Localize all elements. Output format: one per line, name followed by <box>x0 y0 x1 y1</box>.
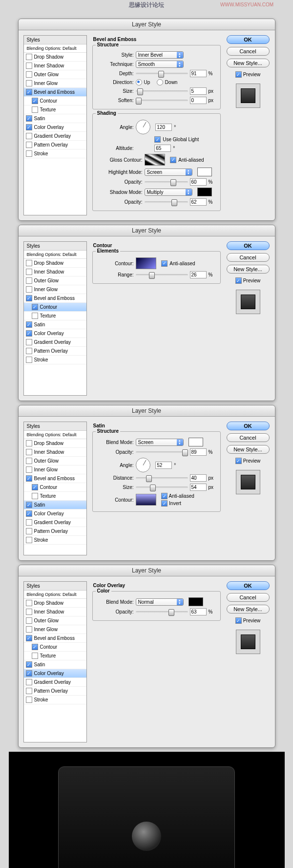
highlight-mode-select[interactable]: Screen▴▾ <box>145 169 192 176</box>
style-item-pattern-overlay[interactable]: Pattern Overlay <box>24 141 86 149</box>
style-item-stroke[interactable]: Stroke <box>24 149 86 158</box>
style-item-contour[interactable]: Contour <box>24 97 86 106</box>
style-item-drop-shadow[interactable]: Drop Shadow <box>24 599 86 608</box>
soften-slider[interactable] <box>136 100 188 102</box>
style-checkbox[interactable] <box>26 510 32 517</box>
style-item-drop-shadow[interactable]: Drop Shadow <box>24 439 86 448</box>
style-item-texture[interactable]: Texture <box>24 106 86 114</box>
style-item-gradient-overlay[interactable]: Gradient Overlay <box>24 338 86 347</box>
color-blend-select[interactable]: Normal▴▾ <box>136 598 184 606</box>
shadow-color[interactable] <box>197 188 212 196</box>
style-item-contour[interactable]: Contour <box>24 643 86 652</box>
style-checkbox[interactable] <box>32 653 38 659</box>
style-item-contour[interactable]: Contour <box>24 483 86 492</box>
size-slider[interactable] <box>136 90 188 92</box>
style-item-inner-shadow[interactable]: Inner Shadow <box>24 608 86 616</box>
style-checkbox[interactable] <box>26 89 32 95</box>
style-checkbox[interactable] <box>32 106 38 113</box>
style-checkbox[interactable] <box>26 269 32 275</box>
style-checkbox[interactable] <box>26 537 32 543</box>
shadow-opacity-slider[interactable] <box>145 201 188 203</box>
style-checkbox[interactable] <box>26 466 32 473</box>
style-checkbox[interactable] <box>26 63 32 69</box>
highlight-opacity-slider[interactable] <box>145 181 188 183</box>
style-checkbox[interactable] <box>26 260 32 266</box>
ok-button[interactable]: OK <box>227 422 270 430</box>
satin-size-slider[interactable] <box>136 487 188 488</box>
style-item-pattern-overlay[interactable]: Pattern Overlay <box>24 687 86 696</box>
range-input[interactable]: 26 <box>190 271 207 278</box>
style-item-pattern-overlay[interactable]: Pattern Overlay <box>24 347 86 356</box>
style-item-drop-shadow[interactable]: Drop Shadow <box>24 259 86 268</box>
satin-invert-checkbox[interactable] <box>161 500 167 507</box>
style-checkbox[interactable] <box>26 688 32 694</box>
style-item-stroke[interactable]: Stroke <box>24 356 86 364</box>
style-checkbox[interactable] <box>26 348 32 354</box>
style-checkbox[interactable] <box>32 644 38 650</box>
new-style-button[interactable]: New Style... <box>227 265 270 274</box>
style-checkbox[interactable] <box>26 626 32 633</box>
style-item-inner-shadow[interactable]: Inner Shadow <box>24 448 86 457</box>
gloss-contour-picker[interactable] <box>145 154 165 166</box>
style-checkbox[interactable] <box>26 697 32 703</box>
style-checkbox[interactable] <box>26 124 32 130</box>
blending-options[interactable]: Blending Options: Default <box>24 44 86 53</box>
style-checkbox[interactable] <box>26 617 32 624</box>
cancel-button[interactable]: Cancel <box>227 433 270 442</box>
satin-distance-slider[interactable] <box>136 477 188 479</box>
style-item-inner-shadow[interactable]: Inner Shadow <box>24 268 86 276</box>
shadow-mode-select[interactable]: Multiply▴▾ <box>145 189 192 196</box>
styles-header[interactable]: Styles <box>24 242 86 251</box>
style-item-inner-glow[interactable]: Inner Glow <box>24 79 86 88</box>
ok-button[interactable]: OK <box>227 241 270 250</box>
cancel-button[interactable]: Cancel <box>227 253 270 262</box>
blending-options[interactable]: Blending Options: Default <box>24 431 86 439</box>
satin-opacity-slider[interactable] <box>136 451 188 453</box>
satin-contour-picker[interactable] <box>136 494 156 506</box>
style-checkbox[interactable] <box>26 449 32 455</box>
technique-select[interactable]: Smooth▴▾ <box>136 61 184 68</box>
style-checkbox[interactable] <box>26 670 32 677</box>
style-item-inner-glow[interactable]: Inner Glow <box>24 625 86 634</box>
style-checkbox[interactable] <box>26 661 32 668</box>
style-item-bevel-and-emboss[interactable]: Bevel and Emboss <box>24 634 86 643</box>
blending-options[interactable]: Blending Options: Default <box>24 591 86 599</box>
style-item-color-overlay[interactable]: Color Overlay <box>24 669 86 678</box>
style-checkbox[interactable] <box>26 330 32 337</box>
style-item-pattern-overlay[interactable]: Pattern Overlay <box>24 527 86 536</box>
preview-checkbox[interactable] <box>235 277 242 284</box>
style-item-inner-glow[interactable]: Inner Glow <box>24 466 86 474</box>
new-style-button[interactable]: New Style... <box>227 445 270 454</box>
angle-input[interactable]: 120 <box>155 124 172 131</box>
color-opacity-input[interactable]: 63 <box>190 608 207 615</box>
style-checkbox[interactable] <box>32 484 38 490</box>
preview-checkbox[interactable] <box>235 71 242 78</box>
satin-angle-input[interactable]: 52 <box>155 462 172 469</box>
style-item-gradient-overlay[interactable]: Gradient Overlay <box>24 678 86 687</box>
satin-anti-checkbox[interactable] <box>161 493 167 499</box>
gloss-anti-checkbox[interactable] <box>170 157 176 163</box>
satin-opacity-input[interactable]: 89 <box>190 448 207 456</box>
style-checkbox[interactable] <box>26 321 32 328</box>
styles-header[interactable]: Styles <box>24 422 86 431</box>
style-item-satin[interactable]: Satin <box>24 320 86 329</box>
style-checkbox[interactable] <box>26 150 32 157</box>
depth-input[interactable]: 91 <box>190 70 207 77</box>
style-checkbox[interactable] <box>32 304 38 310</box>
global-light-checkbox[interactable] <box>154 136 161 143</box>
style-checkbox[interactable] <box>26 133 32 139</box>
style-checkbox[interactable] <box>26 609 32 615</box>
style-item-inner-glow[interactable]: Inner Glow <box>24 285 86 294</box>
style-item-drop-shadow[interactable]: Drop Shadow <box>24 53 86 62</box>
style-checkbox[interactable] <box>32 493 38 499</box>
style-checkbox[interactable] <box>32 313 38 319</box>
style-item-outer-glow[interactable]: Outer Glow <box>24 276 86 285</box>
style-checkbox[interactable] <box>32 98 38 104</box>
style-checkbox[interactable] <box>26 635 32 641</box>
styles-header[interactable]: Styles <box>24 582 86 591</box>
style-item-stroke[interactable]: Stroke <box>24 696 86 704</box>
ok-button[interactable]: OK <box>227 581 270 590</box>
preview-checkbox[interactable] <box>235 617 242 624</box>
cancel-button[interactable]: Cancel <box>227 593 270 602</box>
style-item-outer-glow[interactable]: Outer Glow <box>24 616 86 625</box>
